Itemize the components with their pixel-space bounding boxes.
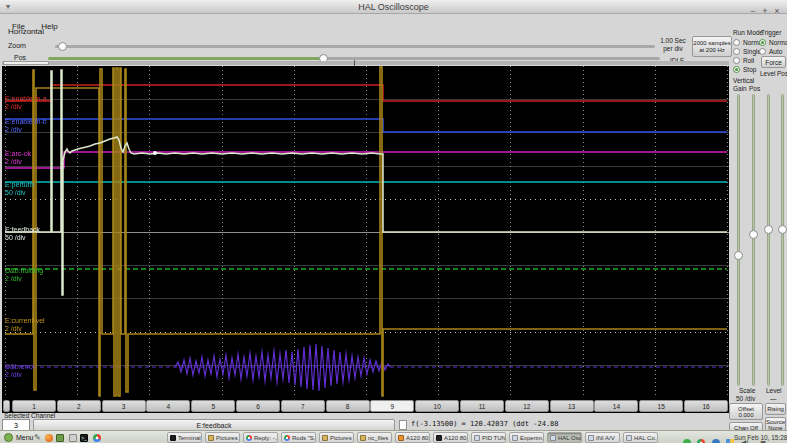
window-icon (626, 435, 632, 441)
window-icon (550, 435, 556, 441)
samples-button[interactable]: 2000 samples at 200 Hz (692, 36, 732, 57)
window-menu-icon[interactable]: ▾ (6, 0, 10, 13)
screen-icon[interactable] (56, 434, 64, 442)
window-titlebar[interactable]: ▾ HAL Oscilloscope −+× (0, 0, 787, 14)
taskbar-window-label: Terminal (178, 435, 201, 441)
taskbar-window-rods-s-[interactable]: Rods "S... (281, 432, 316, 443)
selected-channel-label: Selected Channel (4, 412, 55, 419)
zoom-slider-track[interactable] (55, 45, 655, 48)
taskbar-window-label: A120 80... (406, 435, 430, 441)
chrome-icon (246, 435, 252, 441)
level-value: — (770, 395, 777, 402)
taskbar-window-label: PID TUNE (482, 435, 506, 441)
zoom-slider-knob[interactable] (58, 42, 67, 51)
window-icon (474, 435, 480, 441)
trigger-auto[interactable]: Auto (759, 47, 787, 56)
taskbar-window-a120-80-[interactable]: A120 80... (395, 432, 430, 443)
gain-slider-knob[interactable] (734, 251, 743, 260)
channel-tab-12[interactable]: 12 (505, 400, 549, 412)
dark-icon (436, 435, 442, 441)
trigger-radio-normal[interactable] (759, 39, 766, 46)
taskbar-window-terminal[interactable]: Terminal (167, 432, 202, 443)
force-button[interactable]: Force (761, 56, 786, 68)
taskbar: Menu ✎ >_ TerminalPicturesReply: -...Rod… (0, 430, 787, 443)
firefox-icon[interactable] (45, 434, 53, 442)
offset-button[interactable]: Offset 0.000 (729, 403, 763, 420)
horizontal-section-label: Horizontal (8, 27, 44, 36)
terminal-icon[interactable]: >_ (80, 434, 88, 442)
image-icon (398, 435, 404, 441)
channel-tab-1[interactable]: 1 (12, 400, 56, 412)
shield-green-icon[interactable] (683, 439, 691, 443)
maximize-button[interactable]: + (759, 5, 771, 18)
taskbar-window-a120-80-[interactable]: A120 80... (433, 432, 468, 443)
mint-menu-icon[interactable] (4, 433, 13, 442)
chrome-icon[interactable] (93, 434, 101, 442)
channel-tab-5[interactable]: 5 (191, 400, 235, 412)
channel-tab-3[interactable]: 3 (102, 400, 146, 412)
taskbar-clock: Sun Feb 10, 15:28 (734, 434, 787, 441)
trigger-level-slider-knob[interactable] (764, 225, 773, 234)
trigger-level-slider-track[interactable] (767, 94, 770, 386)
taskbar-window-pictures[interactable]: Pictures (319, 432, 354, 443)
timebase-value: 1.00 Sec (656, 37, 690, 44)
gain-slider-track[interactable] (737, 94, 740, 386)
trigger-pos-slider-track[interactable] (781, 94, 784, 386)
channel-tab-16[interactable]: 16 (684, 400, 728, 412)
capture-position-handle[interactable] (3, 61, 49, 65)
pencil-icon[interactable]: ✎ (34, 433, 41, 442)
taskbar-window-hal-osc-[interactable]: HAL Osc... (547, 432, 582, 443)
taskbar-window-pictures[interactable]: Pictures (205, 432, 240, 443)
files-icon[interactable] (69, 434, 77, 442)
rising-button[interactable]: Rising (765, 403, 786, 415)
taskbar-window-hal-co-[interactable]: HAL Co... (623, 432, 658, 443)
run-mode-radio-stop[interactable] (733, 66, 740, 73)
trigger-pos-label: Pos (777, 70, 787, 77)
channel-tab-2[interactable]: 2 (57, 400, 101, 412)
vertical-label: Vertical (733, 77, 754, 84)
run-mode-label: Run Mode (733, 29, 763, 36)
samples-line1: 2000 samples (693, 40, 731, 47)
tray-chrome-icon[interactable] (697, 439, 705, 443)
taskbar-window-pid-tune[interactable]: PID TUNE (471, 432, 506, 443)
vertical-pos-slider-knob[interactable] (749, 230, 758, 239)
channel-tab-9[interactable]: 9 (370, 400, 414, 412)
run-mode-radio-roll[interactable] (733, 57, 740, 64)
run-mode-radio-single[interactable] (733, 48, 740, 55)
run-mode-roll[interactable]: Roll (733, 56, 764, 65)
channel-tab-14[interactable]: 14 (594, 400, 638, 412)
channel-tab-10[interactable]: 10 (415, 400, 459, 412)
taskbar-window-experim-[interactable]: Experim... (509, 432, 544, 443)
trigger-radio-auto[interactable] (759, 48, 766, 55)
trigger-normal[interactable]: Normal (759, 38, 787, 47)
taskbar-window-label: INI A/V (596, 435, 615, 441)
taskbar-menu-label[interactable]: Menu (16, 434, 34, 442)
taskbar-window-ini-a-v[interactable]: INI A/V (585, 432, 620, 443)
channel-tab-13[interactable]: 13 (550, 400, 594, 412)
trigger-level-label: Level (760, 70, 776, 77)
taskbar-window-label: nc_files (368, 435, 388, 441)
run-mode-radio-normal[interactable] (733, 39, 740, 46)
capture-position-strip[interactable] (2, 61, 729, 65)
trigger-pos-slider-knob[interactable] (778, 225, 787, 234)
minimize-button[interactable]: − (747, 5, 759, 18)
channel-tab-7[interactable]: 7 (281, 400, 325, 412)
trigger-label-auto: Auto (769, 48, 782, 55)
level-label: Level (766, 387, 782, 394)
close-button[interactable]: × (771, 5, 783, 18)
taskbar-window-nc-files[interactable]: nc_files (357, 432, 392, 443)
taskbar-window-reply-[interactable]: Reply: -... (243, 432, 278, 443)
channel-tab-8[interactable]: 8 (326, 400, 370, 412)
channel-tab-15[interactable]: 15 (639, 400, 683, 412)
pos-slider-track[interactable] (324, 57, 660, 60)
scope-display[interactable]: E:enable-in-a2 /divE:enable-in-b2 /divE:… (2, 66, 729, 398)
window-icon (588, 435, 594, 441)
vertical-pos-slider-track[interactable] (752, 94, 755, 386)
channel-tab-4[interactable]: 4 (146, 400, 190, 412)
offset-line2: 0.000 (730, 412, 762, 418)
channel-tab-11[interactable]: 11 (460, 400, 504, 412)
taskbar-window-label: Reply: -... (254, 435, 278, 441)
channel-tab-6[interactable]: 6 (236, 400, 280, 412)
scale-label: Scale (739, 387, 755, 394)
info-blue-icon[interactable] (712, 439, 720, 443)
